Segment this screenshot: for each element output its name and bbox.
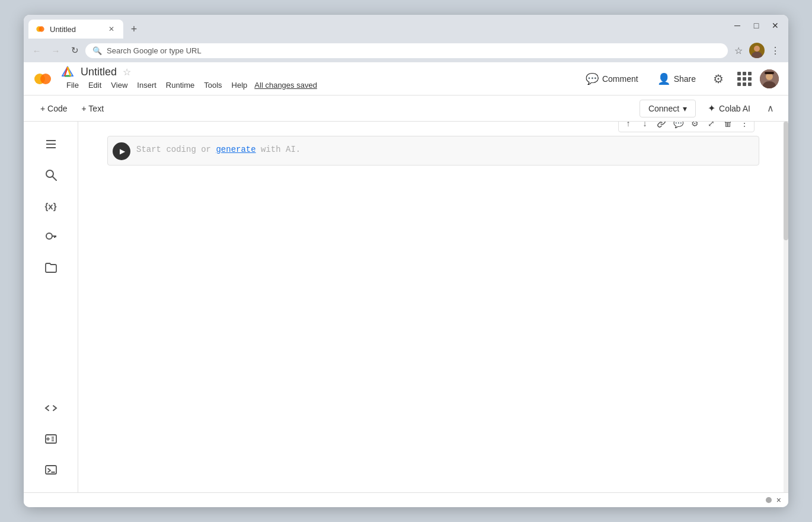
editor-area[interactable]: ↑ ↓ 💬 ⚙ ⤢ 🗑 [78, 122, 788, 492]
close-button[interactable]: ✕ [767, 17, 784, 34]
connect-label: Connect [648, 104, 679, 113]
browser-window: Untitled ✕ + ─ □ ✕ ← → ↻ 🔍 Search Google… [24, 15, 788, 507]
star-icon[interactable]: ☆ [123, 66, 131, 78]
menu-runtime[interactable]: Runtime [161, 78, 199, 92]
cell-settings-button[interactable]: ⚙ [688, 122, 702, 130]
menu-tools[interactable]: Tools [199, 78, 226, 92]
sidebar-item-toc[interactable] [38, 131, 64, 157]
user-avatar-nav-image [749, 43, 765, 58]
apps-button[interactable] [734, 68, 755, 90]
command-palette-icon [44, 432, 57, 445]
browser-tab[interactable]: Untitled ✕ [28, 20, 123, 39]
app-container: Untitled ☆ File Edit View Insert Runtime… [24, 62, 788, 507]
menu-edit[interactable]: Edit [84, 78, 106, 92]
scrollbar[interactable] [784, 122, 788, 492]
tab-title: Untitled [50, 25, 102, 34]
sidebar-item-variables[interactable]: {x} [38, 193, 64, 219]
refresh-button[interactable]: ↻ [66, 42, 83, 59]
play-icon: ▶ [120, 147, 125, 155]
save-status[interactable]: All changes saved [254, 81, 317, 90]
gear-icon: ⚙ [713, 72, 724, 86]
cell-comment-button[interactable]: 💬 [671, 122, 685, 130]
toc-icon [44, 138, 57, 151]
colab-ai-icon: ✦ [708, 103, 715, 114]
svg-point-1 [39, 26, 44, 31]
header-actions: 💬 Comment 👤 Share ⚙ [578, 68, 779, 90]
sidebar-item-command-palette[interactable] [38, 426, 64, 452]
comment-button[interactable]: 💬 Comment [578, 69, 645, 89]
user-avatar[interactable] [760, 69, 779, 88]
user-avatar-nav[interactable] [749, 43, 765, 58]
settings-button[interactable]: ⚙ [708, 68, 729, 90]
add-code-label: + Code [40, 104, 68, 113]
sidebar: {x} [24, 122, 78, 492]
cell-move-down-button[interactable]: ↓ [638, 122, 652, 130]
add-code-button[interactable]: + Code [33, 100, 75, 117]
minimize-button[interactable]: ─ [729, 17, 746, 34]
comment-icon: 💬 [586, 72, 599, 85]
header-menu-row: File Edit View Insert Runtime Tools Help… [62, 78, 317, 92]
cell-container: ↑ ↓ 💬 ⚙ ⤢ 🗑 [107, 136, 759, 165]
run-cell-button[interactable]: ▶ [113, 142, 130, 160]
chevron-up-icon: ∧ [767, 103, 774, 114]
connect-chevron-icon: ▾ [683, 104, 687, 113]
menu-insert[interactable]: Insert [132, 78, 161, 92]
maximize-button[interactable]: □ [748, 17, 765, 34]
address-text: Search Google or type URL [107, 46, 721, 55]
app-header: Untitled ☆ File Edit View Insert Runtime… [24, 62, 788, 96]
share-label: Share [674, 74, 696, 84]
scrollbar-thumb[interactable] [784, 122, 788, 240]
sidebar-item-terminal[interactable] [38, 457, 64, 483]
menu-help[interactable]: Help [227, 78, 252, 92]
code-cell[interactable]: ▶ Start coding or generate with AI. [107, 136, 759, 165]
cell-move-up-button[interactable]: ↑ [621, 122, 635, 130]
forward-button[interactable]: → [47, 42, 64, 59]
cell-link-button[interactable] [654, 122, 669, 130]
back-button[interactable]: ← [28, 42, 45, 59]
tab-bar: Untitled ✕ + [24, 15, 147, 39]
status-dot [766, 497, 772, 503]
header-left: Untitled ☆ File Edit View Insert Runtime… [62, 66, 317, 92]
cell-content[interactable]: Start coding or generate with AI. [136, 141, 754, 156]
svg-point-5 [40, 74, 51, 84]
add-text-label: + Text [82, 104, 104, 113]
cell-delete-button[interactable]: 🗑 [721, 122, 735, 130]
toolbar: + Code + Text Connect ▾ ✦ Colab AI ∧ [24, 96, 788, 122]
menu-file[interactable]: File [62, 78, 84, 92]
svg-point-19 [46, 233, 52, 239]
share-button[interactable]: 👤 Share [650, 69, 703, 89]
comment-label: Comment [602, 74, 638, 84]
menu-view[interactable]: View [106, 78, 132, 92]
search-icon: 🔍 [92, 46, 102, 55]
menu-button[interactable]: ⋮ [767, 42, 784, 59]
sidebar-item-files[interactable] [38, 254, 64, 281]
tab-bar-row: Untitled ✕ + ─ □ ✕ [24, 15, 788, 39]
colab-ai-button[interactable]: ✦ Colab AI [701, 99, 757, 117]
drive-icon [62, 66, 73, 78]
status-bar: × [24, 492, 788, 507]
sidebar-item-code-snippets[interactable] [38, 395, 64, 421]
svg-point-17 [46, 170, 53, 177]
search-sidebar-icon [44, 168, 57, 182]
cell-more-button[interactable]: ⋮ [737, 122, 752, 130]
svg-rect-29 [46, 466, 56, 474]
status-close-button[interactable]: × [776, 495, 781, 505]
colab-ai-label: Colab AI [719, 104, 750, 113]
add-text-button[interactable]: + Text [75, 100, 111, 117]
sidebar-item-search[interactable] [38, 162, 64, 188]
collapse-toolbar-button[interactable]: ∧ [762, 100, 779, 117]
browser-chrome: Untitled ✕ + ─ □ ✕ ← → ↻ 🔍 Search Google… [24, 15, 788, 62]
sidebar-item-secrets[interactable] [38, 224, 64, 250]
tab-close-button[interactable]: ✕ [107, 24, 116, 34]
cell-expand-button[interactable]: ⤢ [704, 122, 718, 130]
connect-button[interactable]: Connect ▾ [640, 100, 696, 117]
apps-grid [737, 72, 752, 86]
generate-link[interactable]: generate [216, 145, 255, 154]
svg-line-18 [53, 177, 56, 180]
cell-body: ▶ Start coding or generate with AI. [108, 136, 759, 165]
folder-icon [44, 261, 57, 274]
user-avatar-image [760, 69, 779, 88]
address-bar[interactable]: 🔍 Search Google or type URL [85, 43, 728, 58]
bookmark-button[interactable]: ☆ [730, 42, 747, 59]
new-tab-button[interactable]: + [126, 21, 142, 37]
